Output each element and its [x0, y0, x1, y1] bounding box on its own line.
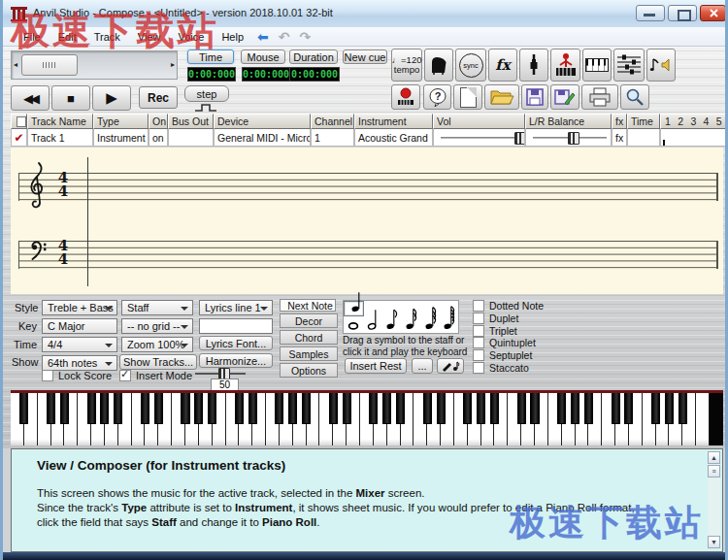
scroll-left-icon[interactable]: ◂ [14, 60, 17, 69]
scroll-up-icon[interactable]: ▲ [708, 451, 720, 464]
balance-slider-thumb[interactable] [568, 132, 579, 145]
menu-item-help[interactable]: Help [213, 29, 252, 45]
select-all-checkbox[interactable] [17, 116, 26, 127]
vol-slider-thumb[interactable] [514, 132, 525, 145]
time-button[interactable]: Time [187, 49, 234, 64]
sixty-fourth-note-button[interactable] [439, 301, 458, 333]
mouse-button[interactable]: Mouse [241, 49, 285, 64]
tab-next-note[interactable]: Next Note [280, 299, 336, 312]
piano-black-key[interactable] [678, 393, 687, 424]
piano-black-key[interactable] [275, 393, 283, 424]
half-note-button[interactable] [363, 301, 382, 333]
menu-item-edit[interactable]: Edit [50, 29, 85, 45]
tab-chord[interactable]: Chord [280, 330, 338, 345]
menu-item-voice[interactable]: Voice [169, 29, 213, 45]
track-balance-cell[interactable] [525, 129, 612, 147]
checkbox-dotted-note[interactable]: Dotted Note [473, 300, 544, 313]
stop-button[interactable]: ■ [51, 85, 90, 111]
style-select[interactable]: Treble + Bass [42, 300, 117, 315]
save-as-button[interactable] [550, 84, 579, 110]
piano-black-key[interactable] [343, 393, 351, 424]
piano-black-key[interactable] [302, 393, 311, 424]
track-type-cell[interactable]: Instrument [93, 129, 149, 147]
piano-black-key[interactable] [612, 393, 620, 424]
track-time-cell[interactable] [627, 129, 660, 147]
duration-button[interactable]: Duration [289, 49, 338, 64]
tab-decor[interactable]: Decor [280, 313, 338, 328]
piano-keyboard[interactable] [11, 390, 723, 445]
grand-piano-button[interactable] [424, 49, 453, 82]
piano-black-key[interactable] [248, 393, 257, 424]
piano-black-key[interactable] [181, 393, 189, 424]
track-channel-cell[interactable]: 1 [311, 129, 354, 147]
insert-rest-button[interactable]: Insert Rest [345, 358, 407, 374]
tempo-button[interactable]: ♩=120tempo [391, 49, 422, 82]
track-instrument-cell[interactable]: Acoustic Grand [354, 129, 433, 147]
scroll-right-icon[interactable]: ▸ [171, 60, 175, 69]
piano-black-key[interactable] [154, 393, 163, 424]
piano-black-key[interactable] [208, 393, 216, 424]
menu-item-view[interactable]: View [129, 29, 170, 45]
piano-white-key[interactable] [696, 393, 710, 445]
balance-slider[interactable] [533, 137, 607, 139]
velocity-slider[interactable] [195, 373, 246, 375]
checkbox-staccato[interactable]: Staccato [473, 361, 544, 374]
track-device-cell[interactable]: General MIDI - Microso [214, 129, 311, 147]
show-notes-select[interactable]: 64th notes [42, 355, 117, 371]
piano-black-key[interactable] [517, 393, 526, 424]
scroll-thumb[interactable] [21, 54, 78, 76]
time-signature-select[interactable]: 4/4 [42, 337, 117, 352]
piano-black-key[interactable] [100, 393, 109, 424]
vol-slider[interactable] [441, 137, 520, 139]
undo-icon[interactable]: ↶ [279, 30, 290, 44]
piano-black-key[interactable] [557, 393, 566, 424]
sync-button[interactable]: sync [455, 49, 486, 82]
piano-black-key[interactable] [141, 393, 149, 424]
instructor-button[interactable] [550, 49, 580, 82]
piano-black-key[interactable] [47, 393, 55, 424]
song-position-scrollbar[interactable]: ◂ ▸ [11, 50, 178, 80]
score-cursor[interactable] [87, 157, 88, 286]
print-button[interactable] [581, 84, 618, 110]
new-cue-button[interactable]: New cue [343, 49, 387, 64]
scrollbar-thumb[interactable]: ≡ [708, 465, 720, 478]
track-fx-cell[interactable]: fx [612, 129, 627, 147]
piano-black-key[interactable] [437, 393, 446, 424]
audio-jack-button[interactable] [519, 49, 548, 82]
piano-black-key[interactable] [369, 393, 378, 424]
piano-black-key[interactable] [584, 393, 593, 424]
rewind-button[interactable]: ◀◀ [11, 85, 50, 111]
record-button[interactable] [391, 84, 420, 110]
maximize-button[interactable] [668, 5, 697, 21]
piano-black-key[interactable] [194, 393, 203, 424]
piano-black-key[interactable] [651, 393, 660, 424]
staff-area[interactable]: 44 44 [11, 148, 723, 294]
lyrics-line-select[interactable]: Lyrics line 1 [199, 300, 273, 315]
back-arrow-icon[interactable]: ⬅ [257, 30, 269, 44]
find-button[interactable] [620, 84, 649, 110]
show-tracks-button[interactable]: Show Tracks... [119, 354, 197, 370]
help-scrollbar[interactable]: ▲ ≡ ▼ [708, 451, 720, 548]
piano-black-key[interactable] [87, 393, 96, 424]
header-select[interactable] [11, 114, 27, 129]
close-button[interactable] [700, 5, 726, 21]
piano-black-key[interactable] [60, 393, 69, 424]
staff-mode-select[interactable]: Staff [121, 300, 193, 315]
audition-note-button[interactable] [437, 358, 464, 374]
track-on-cell[interactable]: on [149, 129, 168, 147]
help-button[interactable]: ? [423, 84, 451, 110]
piano-black-key[interactable] [624, 393, 633, 424]
piano-black-key[interactable] [423, 393, 432, 424]
piano-black-key[interactable] [114, 393, 122, 424]
key-field[interactable]: C Major [42, 318, 117, 334]
eighth-note-button[interactable] [381, 301, 401, 333]
track-select-cell[interactable]: ✔ [11, 129, 27, 147]
effects-button[interactable]: fx [488, 49, 517, 82]
redo-icon[interactable]: ↷ [299, 30, 311, 44]
menu-item-file[interactable]: File [15, 29, 50, 45]
scroll-down-icon[interactable]: ▼ [708, 536, 720, 548]
quarter-note-button[interactable] [344, 301, 364, 316]
step-button[interactable]: step [184, 85, 229, 102]
checkbox-triplet[interactable]: Triplet [473, 324, 544, 337]
menu-item-track[interactable]: Track [85, 29, 129, 45]
